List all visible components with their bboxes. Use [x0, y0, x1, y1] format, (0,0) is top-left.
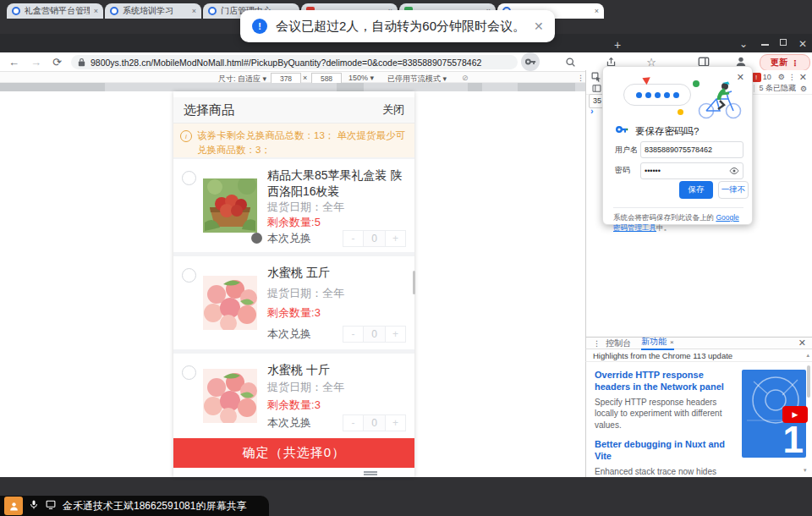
radio-button[interactable]	[182, 171, 196, 185]
pickup-date: 提货日期：全年	[267, 380, 406, 395]
viewport-resize-handle[interactable]	[364, 471, 377, 473]
drawer-more-icon[interactable]: ⋮	[593, 339, 601, 348]
radio-button[interactable]	[182, 365, 196, 380]
minus-button[interactable]: -	[343, 230, 364, 247]
update-label: 更新	[771, 57, 787, 69]
back-button[interactable]: ←	[8, 56, 19, 69]
console-prompt-icon[interactable]: ›	[590, 106, 594, 116]
devtools-more-icon[interactable]: ⋮	[788, 73, 796, 81]
whatsnew-header: Highlights from the Chrome 113 update ▴	[585, 350, 812, 362]
quantity-value[interactable]: 0	[364, 230, 385, 247]
whatsnew-link[interactable]: Override HTTP response headers in the Ne…	[595, 369, 740, 393]
tab-search-chevron-icon[interactable]: ⌄	[739, 38, 748, 50]
info-icon: !	[252, 19, 267, 34]
never-button[interactable]: 一律不	[718, 181, 749, 199]
address-bar[interactable]: 9800ys.th28.cn/MobileModNoMall.html#/Pic…	[71, 55, 518, 69]
version-digit: 1	[783, 419, 804, 461]
scroll-up-icon[interactable]: ▴	[806, 352, 809, 359]
browser-tab[interactable]: 系统培训学习 ×	[105, 3, 201, 19]
whatsnew-body: Specify HTTP response headers locally to…	[595, 397, 740, 431]
plus-button[interactable]: +	[385, 230, 406, 247]
exchange-label: 本次兑换	[267, 415, 311, 431]
chrome-update-button[interactable]: 更新 ⋮	[760, 54, 810, 71]
chrome-113-thumbnail[interactable]: ▶ 1	[742, 370, 806, 458]
tab-console[interactable]: 控制台	[606, 338, 631, 349]
tab-close-icon[interactable]: ×	[94, 7, 98, 15]
dimensions-times: ×	[303, 74, 307, 82]
tab-label: 系统培训学习	[123, 5, 188, 17]
exchange-label: 本次兑换	[267, 231, 311, 246]
share-label: 金禾通技术王斌18662591081的屏幕共享	[63, 499, 246, 513]
remaining-qty: 剩余数量:3	[267, 398, 406, 413]
toast-text: 会议已超过2人，自动转为60分钟限时会议。	[276, 19, 525, 35]
mic-icon[interactable]	[29, 498, 39, 513]
whatsnew-link[interactable]: Better debugging in Nuxt and Vite	[595, 438, 740, 463]
product-image	[203, 263, 257, 343]
cyclist-illustration	[694, 80, 745, 119]
drawer-close-icon[interactable]: ✕	[798, 338, 806, 349]
console-sidebar-icon[interactable]	[590, 83, 603, 95]
exchange-label: 本次兑换	[267, 327, 311, 342]
save-button[interactable]: 保存	[679, 181, 713, 199]
minus-button[interactable]: -	[343, 326, 364, 343]
product-card[interactable]: 精品大果85苹果礼盒装 陕西洛阳16枚装 提货日期：全年 剩余数量:5 本次兑换…	[173, 159, 414, 252]
drawer-scrollbar[interactable]	[807, 365, 810, 398]
viewport-resize-handle[interactable]	[364, 474, 377, 475]
password-key-icon[interactable]	[521, 52, 540, 71]
product-title: 水蜜桃 十斤	[267, 362, 406, 378]
forward-button[interactable]: →	[30, 56, 41, 69]
reload-button[interactable]: ⟳	[52, 56, 62, 69]
minus-button[interactable]: -	[343, 414, 364, 431]
plus-button[interactable]: +	[385, 326, 406, 343]
plus-button[interactable]: +	[385, 414, 406, 431]
new-tab-button[interactable]: +	[614, 38, 621, 52]
toast-close-icon[interactable]: ✕	[534, 19, 544, 33]
password-illustration	[603, 75, 754, 119]
ruler-segment	[518, 83, 575, 91]
pickup-date: 提货日期：全年	[267, 200, 406, 215]
rotate-icon[interactable]: ⊘	[462, 74, 469, 82]
confirm-button[interactable]: 确定（共选择0）	[173, 438, 414, 468]
mobile-close-link[interactable]: 关闭	[382, 102, 404, 118]
issues-badge[interactable]: ! 10	[752, 73, 771, 82]
tab-close-icon[interactable]: ×	[670, 338, 674, 346]
product-card[interactable]: 水蜜桃 五斤 提货日期：全年 剩余数量:3 本次兑换 - 0 +	[173, 256, 414, 349]
console-settings-icon[interactable]: ⚙	[800, 85, 807, 93]
drawer-tab-bar: ⋮ 控制台 新功能 × ✕	[585, 337, 812, 349]
inspect-icon[interactable]	[590, 71, 603, 83]
quantity-value[interactable]: 0	[364, 326, 385, 343]
dialog-footer: 系统会将密码保存到此设备上的 Google 密码管理工具中。	[613, 207, 743, 233]
site-favicon	[110, 7, 118, 15]
page-title: 选择商品	[184, 102, 234, 118]
presenter-avatar	[4, 497, 23, 515]
quantity-value[interactable]: 0	[364, 414, 385, 431]
tab-close-icon[interactable]: ×	[192, 7, 196, 15]
device-zoom-select[interactable]: 150% ▾	[348, 74, 374, 82]
product-image	[203, 166, 257, 245]
radio-button[interactable]	[182, 268, 196, 283]
product-card[interactable]: 水蜜桃 十斤 提货日期：全年 剩余数量:3 本次兑换 - 0 +	[173, 354, 414, 438]
more-vert-icon[interactable]: ⋮	[791, 58, 799, 68]
mobile-header: 选择商品 关闭	[173, 97, 414, 124]
username-field[interactable]	[640, 141, 743, 158]
quantity-stepper: - 0 +	[343, 230, 406, 247]
password-field[interactable]	[640, 162, 743, 179]
eye-icon[interactable]	[729, 164, 739, 179]
password-label: 密码	[615, 165, 640, 176]
screen-share-icon[interactable]	[45, 498, 57, 513]
devtools-settings-icon[interactable]: ⚙	[778, 73, 785, 81]
zoom-icon[interactable]	[563, 55, 577, 69]
minimize-button[interactable]	[761, 44, 769, 46]
devtools-close-icon[interactable]: ✕	[799, 72, 807, 83]
browser-tab[interactable]: 礼盒营销平台管理中心 ×	[7, 3, 103, 19]
tab-close-icon[interactable]: ×	[595, 7, 599, 15]
remaining-qty: 剩余数量:3	[267, 305, 406, 321]
maximize-button[interactable]	[780, 39, 787, 46]
scroll-down-icon[interactable]: ▾	[804, 467, 807, 474]
mobile-scrollbar[interactable]	[413, 271, 415, 294]
product-image	[203, 360, 257, 431]
tab-whats-new[interactable]: 新功能 ×	[641, 336, 674, 350]
window-close-button[interactable]: ✕	[798, 38, 807, 50]
product-title: 精品大果85苹果礼盒装 陕西洛阳16枚装	[267, 167, 406, 200]
device-toolbar-more-icon[interactable]: ⋮	[577, 74, 584, 82]
